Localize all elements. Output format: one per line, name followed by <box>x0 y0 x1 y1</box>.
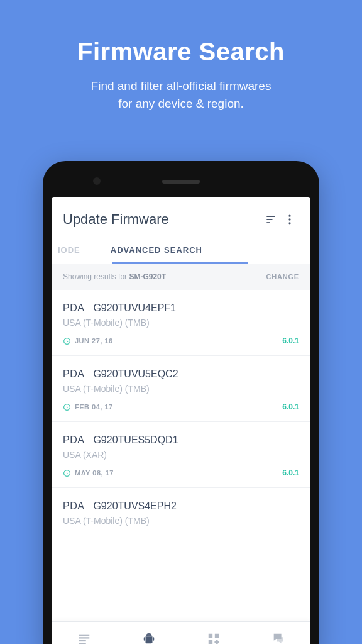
app-bar: Update Firmware <box>52 197 310 239</box>
more-vert-icon <box>283 213 296 226</box>
svg-marker-20 <box>214 639 219 644</box>
clock-icon <box>63 403 71 411</box>
item-meta: FEB 04, 176.0.1 <box>63 402 299 411</box>
svg-rect-9 <box>79 634 89 635</box>
svg-point-5 <box>288 222 290 224</box>
clock-icon <box>63 337 71 345</box>
pda-label: PDA <box>63 501 84 512</box>
sort-icon <box>265 213 277 226</box>
carrier-label: USA (T-Mobile) (TMB) <box>63 318 299 328</box>
firmware-version: 6.0.1 <box>282 402 299 411</box>
pda-label: PDA <box>63 369 84 380</box>
tab-advanced-search[interactable]: ADVANCED SEARCH <box>96 239 217 264</box>
item-meta: JUN 27, 166.0.1 <box>63 336 299 345</box>
svg-rect-15 <box>143 637 145 641</box>
forum-icon <box>272 632 285 645</box>
carrier-label: USA (XAR) <box>63 450 299 460</box>
tab-mode-partial[interactable]: IODE <box>52 239 96 264</box>
item-title: PDAG920TUES5DQD1 <box>63 435 299 446</box>
sort-button[interactable] <box>261 210 280 229</box>
svg-rect-0 <box>266 216 275 217</box>
tab-indicator <box>112 262 248 264</box>
firmware-item[interactable]: PDAG920TUVU4EPF1USA (T-Mobile) (TMB)JUN … <box>52 290 310 356</box>
overflow-menu-button[interactable] <box>280 210 299 229</box>
phone-frame: Update Firmware IODE ADVANCED SEARCH Sho… <box>43 161 319 644</box>
clock-icon <box>63 469 71 477</box>
hero-subtitle: Find and filter all-official firmwares f… <box>0 77 362 112</box>
firmware-date: JUN 27, 16 <box>63 337 113 345</box>
hero: Firmware Search Find and filter all-offi… <box>0 0 362 112</box>
item-meta: MAY 08, 176.0.1 <box>63 469 299 477</box>
filter-summary: Showing results for SM-G920T <box>63 272 166 281</box>
item-title: PDAG920TUVS4EPH2 <box>63 501 299 512</box>
hero-title: Firmware Search <box>0 38 362 66</box>
firmware-item[interactable]: PDAG920TUVS4EPH2USA (T-Mobile) (TMB) <box>52 488 310 536</box>
svg-rect-16 <box>153 637 154 641</box>
svg-rect-18 <box>214 633 218 637</box>
svg-point-3 <box>288 215 290 217</box>
nav-tools[interactable]: TOOLS <box>181 622 246 644</box>
firmware-version: 6.0.1 <box>282 336 299 345</box>
firmware-code: G920TUVS4EPH2 <box>93 501 177 512</box>
nav-posts[interactable]: POSTS <box>52 622 116 644</box>
pda-label: PDA <box>63 303 84 314</box>
svg-rect-10 <box>79 637 89 638</box>
nav-firmware[interactable]: FIRMWARE <box>116 622 181 644</box>
nav-forum[interactable]: FORUM <box>246 622 310 644</box>
firmware-code: G920TUES5DQD1 <box>93 435 178 446</box>
phone-screen: Update Firmware IODE ADVANCED SEARCH Sho… <box>52 197 310 644</box>
page-title: Update Firmware <box>63 211 261 228</box>
filter-bar: Showing results for SM-G920T CHANGE <box>52 264 310 290</box>
svg-point-4 <box>288 218 290 220</box>
firmware-date: FEB 04, 17 <box>63 403 113 411</box>
svg-rect-1 <box>266 219 272 220</box>
android-icon <box>142 632 156 645</box>
tab-bar: IODE ADVANCED SEARCH <box>52 239 310 264</box>
change-filter-button[interactable]: CHANGE <box>266 273 299 280</box>
firmware-date: MAY 08, 17 <box>63 469 114 477</box>
svg-rect-2 <box>266 222 270 223</box>
tools-icon <box>207 632 221 645</box>
svg-rect-19 <box>208 640 212 643</box>
svg-rect-11 <box>79 640 85 641</box>
carrier-label: USA (T-Mobile) (TMB) <box>63 516 299 526</box>
svg-rect-17 <box>208 633 212 637</box>
pda-label: PDA <box>63 435 84 446</box>
bottom-nav: POSTS FIRMWARE TOOLS FORUM <box>52 621 310 644</box>
firmware-version: 6.0.1 <box>282 469 299 477</box>
item-title: PDAG920TUVU4EPF1 <box>63 303 299 314</box>
firmware-item[interactable]: PDAG920TUVU5EQC2USA (T-Mobile) (TMB)FEB … <box>52 356 310 422</box>
firmware-list: PDAG920TUVU4EPF1USA (T-Mobile) (TMB)JUN … <box>52 290 310 644</box>
carrier-label: USA (T-Mobile) (TMB) <box>63 384 299 394</box>
firmware-code: G920TUVU4EPF1 <box>93 303 176 314</box>
posts-icon <box>77 632 91 645</box>
firmware-code: G920TUVU5EQC2 <box>93 369 178 380</box>
item-title: PDAG920TUVU5EQC2 <box>63 369 299 380</box>
firmware-item[interactable]: PDAG920TUES5DQD1USA (XAR)MAY 08, 176.0.1 <box>52 422 310 488</box>
